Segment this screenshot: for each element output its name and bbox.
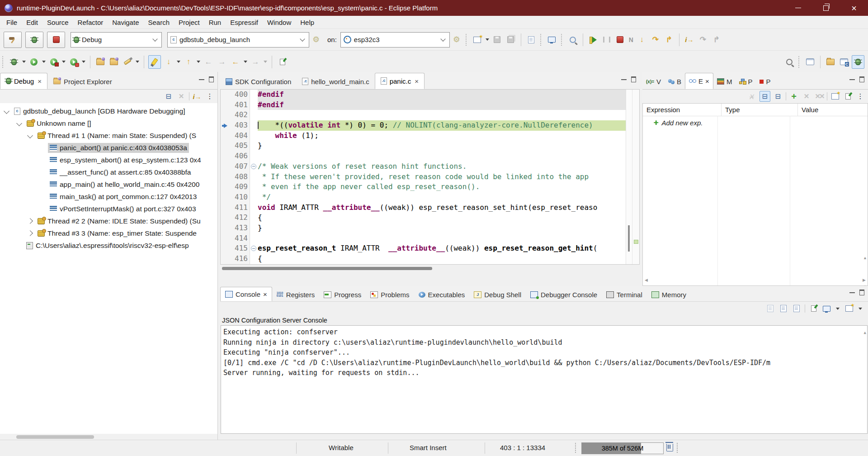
tab-hello-world-main[interactable]: .c hello_world_main.c	[297, 74, 374, 89]
tab-debug[interactable]: Debug ×	[0, 73, 47, 89]
tab-problems-p[interactable]: P	[756, 74, 774, 89]
show-logical-structure-icon[interactable]: ⊟	[760, 91, 770, 102]
show-type-names-icon[interactable]: X	[747, 91, 757, 101]
menu-navigate[interactable]: Navigate	[108, 17, 143, 28]
tab-peripherals[interactable]: P	[736, 74, 756, 89]
console-view-button[interactable]	[546, 33, 558, 46]
maximize-view-icon[interactable]	[631, 76, 636, 82]
save-all-button[interactable]	[505, 33, 517, 46]
save-button[interactable]	[491, 33, 503, 46]
collapsed-chevron-icon[interactable]	[27, 218, 33, 224]
close-button[interactable]: ×	[840, 0, 868, 16]
tab-debugger-console[interactable]: Debugger Console	[526, 288, 602, 301]
add-expression-icon[interactable]: +	[789, 91, 799, 101]
minimize-view-icon[interactable]	[849, 292, 855, 293]
pin-view-icon[interactable]	[843, 91, 853, 101]
next-edit-location-button[interactable]: →	[216, 56, 228, 68]
collapsed-chevron-icon[interactable]	[27, 230, 33, 236]
previous-annotation-button[interactable]: ↑	[183, 56, 194, 68]
expanded-chevron-icon[interactable]	[27, 133, 33, 138]
console-output[interactable]: Executing action: confserver Running nin…	[221, 325, 868, 434]
scroll-right-icon[interactable]: ▶	[863, 278, 866, 282]
open-console-icon[interactable]	[844, 304, 854, 314]
coverage-button[interactable]	[48, 56, 60, 68]
profile-button[interactable]	[68, 56, 80, 68]
tree-item-frame-app-main[interactable]: app_main() at hello_world_main.c:45 0x42…	[0, 178, 217, 190]
drop-to-frame-button[interactable]: ↱	[711, 33, 722, 46]
debug-history-button[interactable]	[8, 56, 20, 68]
mark-occurrences-button[interactable]	[148, 55, 161, 69]
code-editor[interactable]: 400#endif 401#endif 402 403 *((volatile …	[220, 90, 640, 265]
forward-button[interactable]: →	[250, 56, 261, 68]
close-icon[interactable]: ×	[705, 77, 709, 85]
tab-modules[interactable]: M	[713, 74, 736, 89]
stop-button[interactable]	[47, 32, 65, 48]
scroll-left-icon[interactable]: ◀	[645, 278, 648, 282]
run-history-dropdown[interactable]	[42, 61, 46, 63]
view-menu-icon[interactable]: ⋮	[855, 91, 865, 101]
menu-file[interactable]: File	[2, 17, 22, 28]
search-button[interactable]	[783, 56, 795, 68]
tab-terminal[interactable]: Terminal	[602, 288, 647, 301]
new-wizard-dropdown[interactable]	[486, 38, 489, 41]
minimize-button[interactable]	[784, 0, 812, 16]
remove-all-expressions-icon[interactable]: ✕✕	[814, 91, 824, 101]
pin-console-icon[interactable]	[808, 304, 818, 314]
profile-dropdown[interactable]	[82, 61, 85, 63]
menu-run[interactable]: Run	[204, 17, 226, 28]
next-annotation-button[interactable]: ↓	[163, 56, 175, 68]
close-icon[interactable]: ×	[38, 77, 42, 85]
instruction-stepping-mode-icon[interactable]: i→	[192, 91, 202, 101]
forward-dropdown[interactable]	[264, 61, 267, 63]
step-filters-button[interactable]: ↷	[697, 33, 709, 46]
menu-edit[interactable]: Edit	[22, 17, 42, 28]
scrollbar-thumb[interactable]	[16, 435, 94, 439]
editor-hscrollbar[interactable]	[220, 265, 640, 272]
tab-project-explorer[interactable]: Project Explorer	[47, 74, 118, 89]
cpp-projects-button[interactable]	[825, 56, 836, 68]
scroll-up-icon[interactable]: ▲	[864, 328, 866, 338]
launch-mode-combo[interactable]: Debug	[71, 32, 162, 48]
build-button[interactable]	[4, 32, 22, 48]
menu-source[interactable]: Source	[42, 17, 73, 28]
tab-panic-c[interactable]: .c panic.c ×	[375, 73, 425, 89]
back-dropdown[interactable]	[244, 61, 247, 63]
next-annotation-dropdown[interactable]	[177, 61, 180, 63]
step-into-button[interactable]: ↓	[636, 33, 648, 46]
scroll-lock-icon[interactable]	[778, 304, 788, 314]
step-over-button[interactable]: ↷	[650, 33, 661, 46]
minimize-view-icon[interactable]	[849, 79, 855, 80]
maximize-view-icon[interactable]	[859, 76, 864, 82]
fold-collapse-icon[interactable]	[250, 243, 258, 254]
collapse-all-icon[interactable]: ⊟	[164, 91, 174, 101]
close-icon[interactable]: ×	[415, 77, 419, 85]
minimize-view-icon[interactable]	[621, 79, 627, 80]
tab-progress[interactable]: Progress	[319, 288, 366, 301]
tab-debug-shell[interactable]: J Debug Shell	[469, 288, 526, 301]
import-project-button[interactable]	[108, 56, 120, 68]
binary-file-button[interactable]	[525, 33, 537, 46]
expanded-chevron-icon[interactable]	[16, 120, 22, 126]
minimize-view-icon[interactable]	[199, 79, 204, 80]
launch-config-combo[interactable]: c gdbstub_debug_launch	[167, 32, 309, 48]
scroll-up-icon[interactable]: ▲	[863, 256, 867, 260]
tree-item-thread3[interactable]: Thread #3 3 (Name: esp_timer State: Susp…	[0, 227, 217, 239]
debug-view-hscrollbar[interactable]	[0, 434, 217, 440]
tab-memory[interactable]: Memory	[647, 288, 691, 301]
open-perspective-button[interactable]	[804, 56, 816, 68]
tree-item-frame-panic-abort[interactable]: panic_abort() at panic.c:403 0x4038053a	[0, 142, 217, 154]
tree-item-thread1[interactable]: Thread #1 1 (Name: main State: Suspended…	[0, 129, 217, 142]
tree-item-frame-vportsetinterruptmask[interactable]: vPortSetInterruptMask() at port.c:327 0x…	[0, 203, 217, 215]
tree-item-frame-assert-func[interactable]: __assert_func() at assert.c:85 0x40388bf…	[0, 166, 217, 178]
cpp-perspective-button[interactable]: C	[838, 56, 850, 68]
scrollbar-thumb[interactable]	[222, 267, 432, 270]
restore-button[interactable]	[812, 0, 840, 16]
remove-expression-icon[interactable]: ✕	[802, 91, 811, 101]
open-project-button[interactable]	[94, 56, 106, 68]
collapse-all-icon[interactable]: ⊟	[773, 91, 783, 101]
remove-all-terminated-icon[interactable]: ✕	[176, 91, 186, 101]
tab-executables[interactable]: Executables	[414, 288, 470, 301]
editor-vscrollbar[interactable]	[626, 90, 632, 264]
tree-item-thread2[interactable]: Thread #2 2 (Name: IDLE State: Suspended…	[0, 215, 217, 227]
add-expression-row[interactable]: + Add new exp.	[643, 116, 868, 129]
